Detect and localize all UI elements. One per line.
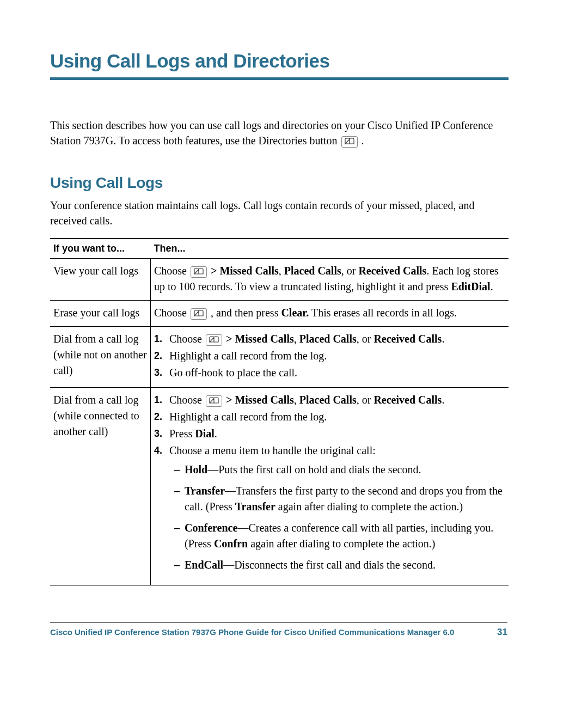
col-header-left: If you want to... bbox=[50, 239, 151, 259]
list-item: 4. Choose a menu item to handle the orig… bbox=[154, 443, 505, 578]
text: , bbox=[294, 394, 299, 406]
bold-text: Clear. bbox=[281, 307, 309, 319]
bold-text: Conference bbox=[185, 522, 237, 534]
dash-bullet: – bbox=[169, 462, 185, 478]
col-header-right: Then... bbox=[151, 239, 509, 259]
text: Choose bbox=[154, 265, 189, 277]
task-left: View your call logs bbox=[50, 259, 151, 301]
footer-page-number: 31 bbox=[497, 627, 507, 638]
bold-text: Received Calls bbox=[373, 333, 442, 345]
ordered-list: 1. Choose > Missed Calls, Placed Calls, … bbox=[154, 331, 505, 381]
list-item: 3. Go off-hook to place the call. bbox=[154, 365, 505, 381]
list-text: Press Dial. bbox=[169, 426, 505, 442]
task-left: Dial from a call log (while connected to… bbox=[50, 388, 151, 585]
text: , or bbox=[357, 394, 374, 406]
bold-text: EditDial bbox=[451, 280, 490, 292]
directories-icon bbox=[206, 395, 222, 407]
bold-text: Confrn bbox=[214, 538, 248, 550]
bold-text: Received Calls bbox=[373, 394, 442, 406]
bold-text: Dial bbox=[195, 428, 215, 440]
bold-text: Placed Calls bbox=[299, 333, 357, 345]
list-item: 2. Highlight a call record from the log. bbox=[154, 348, 505, 364]
text: , bbox=[279, 265, 284, 277]
text: , or bbox=[341, 265, 359, 277]
bold-text: > Missed Calls bbox=[226, 333, 294, 345]
list-text: Highlight a call record from the log. bbox=[169, 348, 505, 364]
dash-item: – Hold—Puts the first call on hold and d… bbox=[169, 462, 505, 478]
directories-icon bbox=[341, 136, 358, 148]
task-left: Dial from a call log (while not on anoth… bbox=[50, 327, 151, 388]
dash-bullet: – bbox=[169, 483, 185, 515]
text: Choose bbox=[169, 333, 205, 345]
dash-item: – Conference—Creates a conference call w… bbox=[169, 520, 505, 552]
list-text: Highlight a call record from the log. bbox=[169, 409, 505, 425]
dash-bullet: – bbox=[169, 557, 185, 573]
task-right: 1. Choose > Missed Calls, Placed Calls, … bbox=[151, 327, 509, 388]
list-number: 1. bbox=[154, 392, 169, 408]
page-footer: Cisco Unified IP Conference Station 7937… bbox=[50, 622, 507, 638]
table-header-row: If you want to... Then... bbox=[50, 239, 509, 259]
text: —Puts the first call on hold and dials t… bbox=[207, 463, 421, 475]
dash-text: Hold—Puts the first call on hold and dia… bbox=[185, 462, 505, 478]
list-number: 3. bbox=[154, 365, 169, 381]
text: , and then press bbox=[211, 307, 281, 319]
dash-item: – Transfer—Transfers the first party to … bbox=[169, 483, 505, 515]
page-title: Using Call Logs and Directories bbox=[50, 50, 509, 72]
section-heading: Using Call Logs bbox=[50, 174, 509, 192]
text: . bbox=[442, 333, 444, 345]
dash-text: EndCall—Disconnects the first call and d… bbox=[185, 557, 505, 573]
dash-text: Conference—Creates a conference call wit… bbox=[185, 520, 505, 552]
text: , bbox=[294, 333, 299, 345]
text: . bbox=[442, 394, 444, 406]
bold-text: Placed Calls bbox=[284, 265, 341, 277]
intro-text-1: This section describes how you can use c… bbox=[50, 119, 493, 147]
content-area: Using Call Logs and Directories This sec… bbox=[50, 50, 509, 585]
task-left: Erase your call logs bbox=[50, 301, 151, 327]
list-item: 3. Press Dial. bbox=[154, 426, 505, 442]
title-rule bbox=[50, 77, 509, 80]
list-text: Go off-hook to place the call. bbox=[169, 365, 505, 381]
list-number: 2. bbox=[154, 409, 169, 425]
intro-text-2: . bbox=[362, 135, 364, 147]
text: again after dialing to complete the acti… bbox=[275, 501, 463, 512]
task-right: Choose > Missed Calls, Placed Calls, or … bbox=[151, 259, 509, 301]
text: —Disconnects the first call and dials th… bbox=[223, 559, 436, 571]
bold-text: Received Calls bbox=[358, 265, 426, 277]
text: again after dialing to complete the acti… bbox=[248, 538, 435, 550]
table-row: Dial from a call log (while connected to… bbox=[50, 388, 509, 585]
dash-bullet: – bbox=[169, 520, 185, 552]
task-right: Choose , and then press Clear. This eras… bbox=[151, 301, 509, 327]
directories-icon bbox=[206, 334, 222, 346]
dash-list: – Hold—Puts the first call on hold and d… bbox=[169, 462, 505, 573]
page: Using Call Logs and Directories This sec… bbox=[0, 0, 588, 714]
list-number: 1. bbox=[154, 331, 169, 347]
list-text: Choose a menu item to handle the origina… bbox=[169, 443, 505, 578]
list-number: 4. bbox=[154, 443, 169, 578]
ordered-list: 1. Choose > Missed Calls, Placed Calls, … bbox=[154, 392, 505, 578]
text: . bbox=[491, 280, 493, 292]
task-table: If you want to... Then... View your call… bbox=[50, 238, 509, 585]
bold-text: > Missed Calls bbox=[226, 394, 294, 406]
bold-text: Placed Calls bbox=[299, 394, 357, 406]
text: . bbox=[215, 428, 217, 440]
footer-title: Cisco Unified IP Conference Station 7937… bbox=[50, 627, 454, 637]
bold-text: Transfer bbox=[185, 485, 225, 497]
text: Press bbox=[169, 428, 195, 440]
bold-text: Hold bbox=[185, 463, 207, 475]
list-item: 1. Choose > Missed Calls, Placed Calls, … bbox=[154, 392, 505, 408]
bold-text: Transfer bbox=[235, 501, 275, 512]
list-text: Choose > Missed Calls, Placed Calls, or … bbox=[169, 392, 505, 408]
list-text: Choose > Missed Calls, Placed Calls, or … bbox=[169, 331, 505, 347]
text: Choose bbox=[154, 307, 189, 319]
table-row: Dial from a call log (while not on anoth… bbox=[50, 327, 509, 388]
task-right: 1. Choose > Missed Calls, Placed Calls, … bbox=[151, 388, 509, 585]
list-number: 3. bbox=[154, 426, 169, 442]
text: Choose a menu item to handle the origina… bbox=[169, 444, 376, 456]
text: This erases all records in all logs. bbox=[309, 307, 457, 319]
text: , or bbox=[357, 333, 374, 345]
list-item: 2. Highlight a call record from the log. bbox=[154, 409, 505, 425]
dash-item: – EndCall—Disconnects the first call and… bbox=[169, 557, 505, 573]
table-row: View your call logs Choose > Missed Call… bbox=[50, 259, 509, 301]
section-intro: Your conference station maintains call l… bbox=[50, 198, 509, 228]
text: . bbox=[426, 265, 432, 277]
